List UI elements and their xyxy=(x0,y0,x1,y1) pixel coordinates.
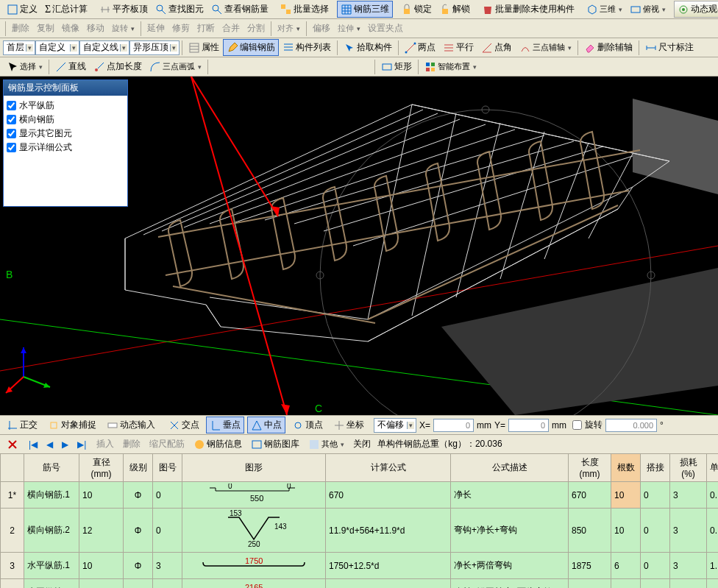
cell-fig[interactable]: 0 xyxy=(153,482,182,509)
cell-loss[interactable]: 3 xyxy=(670,553,707,579)
table-row[interactable]: 3水平纵筋.110Φ317501750+12.5*d净长+两倍弯钩1875603… xyxy=(1,553,719,579)
sum-calc-button[interactable]: Σ汇总计算 xyxy=(41,1,91,18)
cell-cnt[interactable]: 6 xyxy=(611,553,641,579)
three-pt-aux-button[interactable]: 三点辅轴 xyxy=(516,40,575,56)
cell-len[interactable]: 670 xyxy=(569,482,611,509)
cell-desc[interactable]: 净长 xyxy=(451,482,569,509)
cell-loss[interactable]: 3 xyxy=(670,482,707,509)
irregtop-combo[interactable]: 异形压顶 xyxy=(129,40,180,55)
chk-trans-rebar[interactable]: 横向钢筋 xyxy=(7,113,124,127)
cell-shape[interactable]: 1750 xyxy=(182,553,326,579)
cell-fig[interactable]: 0 xyxy=(153,509,182,553)
table-row[interactable]: 2横向钢筋.212Φ015314325011.9*d+564+11.9*d弯钩+… xyxy=(1,509,719,553)
cell-dia[interactable]: 12 xyxy=(79,509,124,553)
batch-del-unused-button[interactable]: 批量删除未使用构件 xyxy=(478,1,578,18)
parallel-button[interactable]: 平行 xyxy=(439,39,477,56)
col-shape[interactable]: 图形 xyxy=(182,454,326,482)
col-dia[interactable]: 直径(mm) xyxy=(79,454,124,482)
ortho-toggle[interactable]: 正交 xyxy=(3,417,41,433)
cell-len[interactable]: 850 xyxy=(569,509,611,553)
checkbox[interactable] xyxy=(7,115,16,124)
break-button[interactable]: 打断 xyxy=(193,20,218,37)
cell-name[interactable]: 横向钢筋.1 xyxy=(24,482,79,509)
dyn-observe-button[interactable]: 动态观察 xyxy=(674,1,718,18)
table-row[interactable]: 4水平纵筋.210Φ321651775+39*d+12.5*d净长+锚固长度+两… xyxy=(1,579,719,589)
move-button[interactable]: 移动 xyxy=(83,20,108,37)
cell-len[interactable]: 1875 xyxy=(569,553,611,579)
cell-lap[interactable]: 0 xyxy=(641,579,670,589)
coord-snap[interactable]: 坐标 xyxy=(330,417,368,433)
x-value[interactable]: 0 xyxy=(433,419,474,432)
rebar-lib-button[interactable]: 钢筋图库 xyxy=(247,436,303,453)
custom-combo[interactable]: 自定义 xyxy=(35,40,79,55)
row-no[interactable]: 4 xyxy=(1,579,24,589)
col-cnt[interactable]: 根数 xyxy=(611,454,641,482)
cell-unit[interactable]: 0. xyxy=(707,509,719,553)
col-desc[interactable]: 公式描述 xyxy=(451,454,569,482)
cell-lap[interactable]: 0 xyxy=(641,482,670,509)
cell-dia[interactable]: 10 xyxy=(79,553,124,579)
nav-last[interactable]: ▶| xyxy=(74,437,90,452)
cell-dia[interactable]: 10 xyxy=(79,482,124,509)
floor-combo[interactable]: 首层 xyxy=(3,40,35,55)
rect-tool[interactable]: 矩形 xyxy=(377,58,416,75)
mid-snap[interactable]: 中点 xyxy=(247,417,285,433)
rebar-display-panel[interactable]: 钢筋显示控制面板 水平纵筋 横向钢筋 显示其它图元 显示详细公式 xyxy=(3,79,128,207)
cell-shape[interactable]: 00550 xyxy=(182,482,326,509)
cell-lvl[interactable]: Φ xyxy=(124,553,153,579)
define-button[interactable]: 定义 xyxy=(3,1,41,18)
cell-desc[interactable]: 净长+锚固长度+两倍弯钩 xyxy=(451,579,569,589)
insert-row-button[interactable]: 插入 xyxy=(93,436,118,453)
cell-formula[interactable]: 11.9*d+564+11.9*d xyxy=(326,509,451,553)
extend-button[interactable]: 延伸 xyxy=(143,20,168,37)
no-offset-combo[interactable]: 不偏移 xyxy=(374,418,416,433)
chk-horiz-long[interactable]: 水平纵筋 xyxy=(7,99,124,113)
perp-snap[interactable]: 垂点 xyxy=(206,417,244,433)
nav-prev[interactable]: ◀ xyxy=(43,437,57,452)
batch-select-button[interactable]: 批量选择 xyxy=(277,1,333,18)
delete-button[interactable]: 删除 xyxy=(8,20,33,37)
select-tool[interactable]: 选择 xyxy=(3,59,46,75)
three-pt-arc-tool[interactable]: 三点画弧 xyxy=(146,59,205,75)
cell-name[interactable]: 水平纵筋.1 xyxy=(24,553,79,579)
rebar-3d-button[interactable]: 钢筋三维 xyxy=(337,1,393,18)
cell-lvl[interactable]: Φ xyxy=(124,482,153,509)
elem-list-button[interactable]: 构件列表 xyxy=(279,39,335,56)
flatten-top-button[interactable]: 平齐板顶 xyxy=(96,1,152,18)
cell-lap[interactable]: 0 xyxy=(641,509,670,553)
stretch-button[interactable]: 拉伸 xyxy=(334,21,364,36)
edit-rebar-button[interactable]: 编辑钢筋 xyxy=(223,39,279,56)
line-tool[interactable]: 直线 xyxy=(51,58,90,75)
view-3d-button[interactable]: 三维 xyxy=(583,1,626,18)
dim-label-button[interactable]: 尺寸标注 xyxy=(641,39,697,56)
delete-row-button[interactable]: 删除 xyxy=(119,436,144,453)
close-button[interactable]: 关闭 xyxy=(349,436,374,453)
customline-combo[interactable]: 自定义线 xyxy=(79,40,129,55)
find-elem-button[interactable]: 查找图元 xyxy=(152,1,207,18)
cell-lvl[interactable]: Φ xyxy=(124,579,153,589)
rotate-check[interactable] xyxy=(572,420,582,430)
cell-fig[interactable]: 3 xyxy=(153,553,182,579)
col-formula[interactable]: 计算公式 xyxy=(326,454,451,482)
merge-button[interactable]: 合并 xyxy=(218,20,244,37)
viewport-3d[interactable]: B C xyxy=(0,77,718,415)
scale-rebar-button[interactable]: 缩尺配筋 xyxy=(146,436,188,453)
rotate-button[interactable]: 旋转 xyxy=(108,21,138,36)
pt-addlen-tool[interactable]: 点加长度 xyxy=(90,58,146,75)
cell-cnt[interactable]: 1 xyxy=(611,579,641,589)
cell-formula[interactable]: 1750+12.5*d xyxy=(326,553,451,579)
view-rebar-qty-button[interactable]: 查看钢筋量 xyxy=(207,1,272,18)
cell-name[interactable]: 横向钢筋.2 xyxy=(24,509,79,553)
cell-lap[interactable]: 0 xyxy=(641,553,670,579)
nav-next[interactable]: ▶ xyxy=(58,437,72,452)
col-len[interactable]: 长度(mm) xyxy=(569,454,611,482)
other-button[interactable]: 其他 xyxy=(305,436,348,453)
pt-angle-button[interactable]: 点角 xyxy=(477,39,516,56)
attrs-button[interactable]: 属性 xyxy=(185,39,223,56)
nav-first[interactable]: |◀ xyxy=(25,437,41,452)
del-aux-button[interactable]: 删除辅轴 xyxy=(580,39,636,56)
smart-layout-tool[interactable]: 智能布置 xyxy=(421,59,480,75)
col-blank[interactable] xyxy=(1,454,24,482)
cell-lvl[interactable]: Φ xyxy=(124,509,153,553)
align-button[interactable]: 对齐 xyxy=(274,21,304,36)
